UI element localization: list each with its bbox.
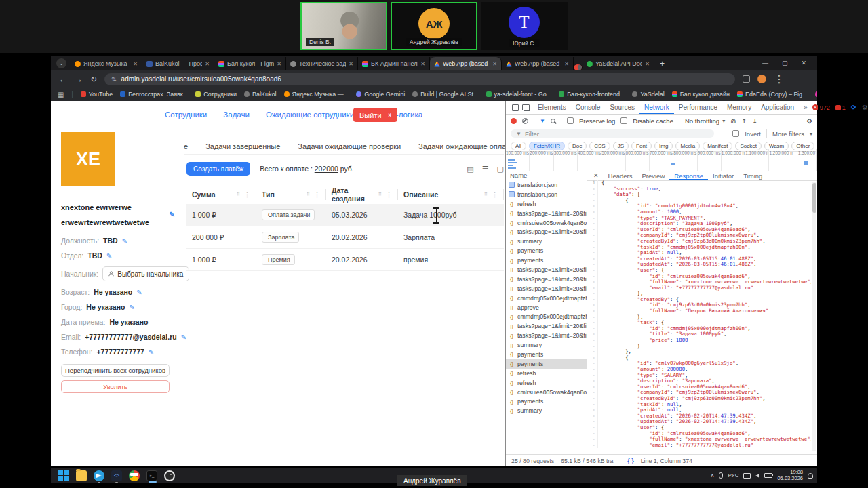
edit-age-icon[interactable]: ✎ [136, 289, 142, 296]
devtools-tab[interactable]: Elements [533, 101, 571, 114]
clear-icon[interactable] [522, 118, 528, 124]
address-bar[interactable]: ⇅ admin.yasdelal.ru/user/cmlrsuiea005owa… [104, 73, 735, 85]
nav-tasks[interactable]: Задачи [223, 110, 250, 119]
devtools-tab[interactable]: Sources [605, 101, 639, 114]
bookmark-item[interactable]: Белгосстрах. Заявк... [120, 91, 188, 98]
nav-pending-employees[interactable]: Ожидающие сотрудники [266, 110, 354, 119]
network-request-row[interactable]: payments [506, 396, 587, 406]
device-toolbar-icon[interactable] [522, 104, 530, 110]
error-badge[interactable]: ✕ 972 [812, 104, 830, 111]
participant-video-yuri[interactable]: T Юрий С. [481, 2, 568, 50]
network-request-row[interactable]: tasks?page=1&limit=20&filters%5... [506, 265, 587, 274]
response-json-viewer[interactable]: 1{- "success": true,- "data": [- {- "id"… [587, 180, 811, 454]
table-row[interactable]: 200 000 ₽ Зарплата 20.02.2026 Зарплата [186, 226, 504, 249]
new-tab-button[interactable]: + [660, 59, 665, 68]
table-row[interactable]: 1 000 ₽ Премия 20.02.2026 премия [186, 249, 504, 271]
network-request-row[interactable]: tasks?page=1&limit=20&filters%5... [506, 227, 587, 237]
import-har-icon[interactable]: ↥ [741, 117, 747, 125]
devtools-tab[interactable]: Network [639, 101, 674, 114]
file-explorer-icon[interactable] [76, 470, 87, 481]
browser-tab[interactable]: BalKukol — Профиль ✕ [142, 57, 214, 70]
browser-tab[interactable]: Звонок в Яндекс ✕ [574, 64, 583, 70]
drag-handle-icon[interactable]: ⠿ [237, 192, 241, 197]
reassign-all-button[interactable]: Переподчинить всех сотрудников [61, 364, 170, 377]
create-payment-button[interactable]: Создать платёж [186, 162, 250, 176]
battery-icon[interactable] [764, 473, 772, 478]
telegram-icon[interactable] [94, 470, 104, 481]
network-request-row[interactable]: refresh [506, 199, 587, 209]
bookmark-item[interactable]: YaSdelal [632, 91, 664, 98]
total-value[interactable]: 202000 [315, 165, 338, 173]
bookmark-item[interactable]: Яндекс Музыка —... [284, 91, 349, 98]
page-tab[interactable]: е [184, 139, 188, 154]
language-indicator[interactable]: РУС [728, 472, 738, 479]
tab-close-icon[interactable]: ✕ [420, 61, 425, 67]
network-request-row[interactable]: tasks?page=1&limit=20&filters%5... [506, 209, 587, 218]
preserve-log-checkbox[interactable] [567, 117, 574, 124]
network-request-row[interactable]: tasks?page=1&limit=20&filters%5... [506, 321, 587, 331]
page-tab[interactable]: Задачи завершенные [205, 139, 280, 154]
detail-tab[interactable]: Timing [738, 171, 767, 180]
maximize-button[interactable]: ▢ [782, 60, 788, 66]
bookmark-item[interactable]: Бал кукол дизайн [672, 91, 730, 98]
network-request-row[interactable]: tasks?page=1&limit=20&filters%5... [506, 274, 587, 284]
network-request-row[interactable]: summary [506, 340, 587, 350]
network-request-row[interactable]: summary [506, 406, 587, 415]
volume-icon[interactable] [755, 474, 760, 478]
network-request-row[interactable]: summary [506, 237, 587, 246]
detail-tab[interactable]: Response [669, 171, 708, 180]
format-json-icon[interactable]: { } [627, 458, 633, 464]
column-header[interactable]: Дата создания ⠿ ⋮ [326, 189, 398, 200]
browser-tab[interactable]: БК Админ панель (п ✕ [358, 57, 430, 70]
detail-tab[interactable]: Headers [604, 171, 637, 180]
devtools-tab[interactable]: Performance [674, 101, 722, 114]
column-menu-icon[interactable]: ⋮ [314, 191, 320, 198]
network-request-row[interactable]: cmmdmj05x000ejdtmapfzh00n [506, 293, 587, 303]
bookmark-item[interactable]: Бал-кукол-frontend... [559, 91, 625, 98]
tab-close-icon[interactable]: ✕ [349, 61, 353, 67]
network-request-row[interactable]: translation.json [506, 190, 587, 199]
scrollbar-thumb[interactable] [812, 183, 816, 213]
disable-cache-checkbox[interactable] [620, 117, 627, 124]
browser-tab[interactable]: Web App (based on ✕ [430, 57, 502, 70]
fullscreen-icon[interactable]: ▢ [497, 165, 504, 174]
devtools-tab[interactable]: Memory [722, 101, 756, 114]
detail-tab[interactable]: Initiator [708, 171, 738, 180]
minimize-button[interactable]: — [762, 60, 768, 66]
column-menu-icon[interactable]: ⋮ [492, 191, 498, 198]
edit-city-icon[interactable]: ✎ [129, 304, 134, 311]
reload-icon[interactable]: ↻ [90, 75, 97, 84]
column-menu-icon[interactable]: ⋮ [244, 191, 250, 198]
tab-close-icon[interactable]: ✕ [133, 61, 138, 67]
browser-tab[interactable]: Бал кукол - Figma ✕ [214, 57, 286, 70]
export-har-icon[interactable]: ↧ [752, 117, 757, 125]
bookmark-item[interactable]: Google Gemini [356, 91, 405, 98]
inspect-element-icon[interactable] [512, 104, 519, 111]
notifications-icon[interactable] [808, 473, 813, 479]
network-timeline[interactable]: 100.000 ms 200.000 ms 300.000 ms 400.000… [506, 149, 817, 171]
network-request-row[interactable]: tasks?page=1&limit=20&filters%5... [506, 284, 587, 293]
bookmark-item[interactable]: ya-sdelal-front - Go... [486, 91, 552, 98]
select-boss-button[interactable]: Выбрать начальника [102, 266, 189, 281]
network-request-row[interactable]: cmlrsuiea005owak4qan8oad6 [506, 388, 587, 397]
bookmark-item[interactable]: YouTube [81, 91, 113, 98]
network-request-row[interactable]: approve [506, 303, 587, 312]
search-icon[interactable] [551, 119, 555, 123]
filter-input[interactable]: ▼ Filter [511, 129, 714, 138]
edit-phone-icon[interactable]: ✎ [149, 348, 154, 356]
network-request-row[interactable]: refresh [506, 378, 587, 388]
terminal-icon[interactable]: >_ [146, 470, 157, 481]
edit-position-icon[interactable]: ✎ [122, 237, 127, 245]
browser-tab[interactable]: Web App (based on ✕ [502, 57, 574, 70]
network-request-row[interactable]: payments [506, 350, 587, 359]
browser-tab[interactable]: Яндекс Музыка — с ✕ [71, 57, 142, 70]
nav-employees[interactable]: Сотрудники [165, 110, 207, 119]
tab-close-icon[interactable]: ✕ [492, 61, 497, 67]
devtools-tab[interactable]: Application [756, 101, 799, 114]
more-filters-button[interactable]: More filters [772, 130, 804, 138]
tray-expand-icon[interactable]: ∧ [711, 472, 715, 479]
column-header[interactable]: Тип ⠿ ⋮ [256, 189, 326, 200]
site-info-icon[interactable]: ⇅ [111, 76, 117, 83]
browser-tab[interactable]: YaSdelal API Docume ✕ [583, 57, 654, 70]
record-icon[interactable] [511, 118, 517, 124]
